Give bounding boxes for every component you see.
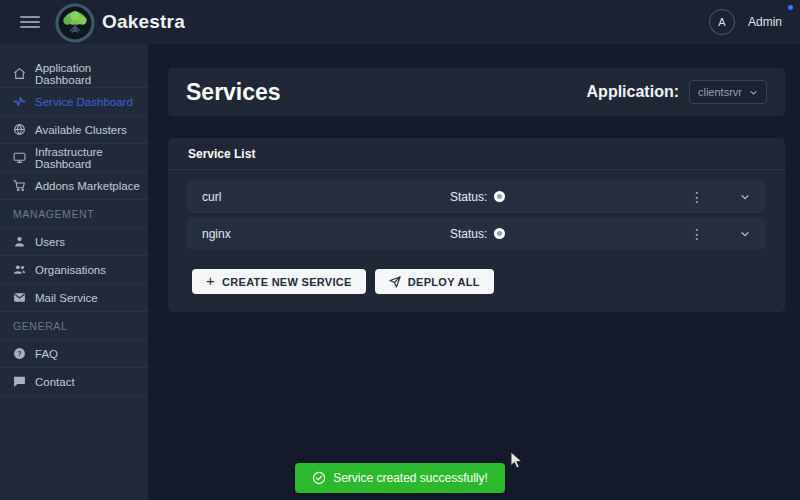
sidebar-item-label: Service Dashboard: [35, 96, 133, 108]
row-expand-button[interactable]: [740, 229, 750, 239]
app-title: Oakestra: [102, 11, 185, 33]
sidebar-item-application-dashboard[interactable]: Application Dashboard: [0, 60, 148, 88]
sidebar-item-label: Organisations: [35, 264, 106, 276]
deploy-all-label: DEPLOY ALL: [408, 276, 480, 288]
sidebar-item-label: FAQ: [35, 348, 58, 360]
topbar-user-area: A Admin: [709, 9, 800, 35]
home-icon: [13, 67, 26, 80]
page-header-panel: Services Application: clientsrvr: [168, 68, 785, 116]
avatar[interactable]: A: [709, 9, 735, 35]
row-expand-button[interactable]: [740, 192, 750, 202]
help-icon: ?: [13, 347, 26, 360]
status-label: Status:: [450, 227, 487, 241]
send-icon: [389, 276, 401, 288]
sidebar-item-service-dashboard[interactable]: Service Dashboard: [0, 88, 148, 116]
service-actions: + CREATE NEW SERVICE DEPLOY ALL: [192, 269, 494, 294]
service-name: curl: [202, 190, 450, 204]
sidebar-item-available-clusters[interactable]: Available Clusters: [0, 116, 148, 144]
mail-icon: [13, 291, 26, 304]
row-menu-button[interactable]: ⋮: [686, 227, 708, 241]
monitor-icon: [13, 151, 26, 164]
topbar: Oakestra A Admin: [0, 0, 800, 44]
sidebar-section-general: GENERAL: [0, 312, 148, 340]
status-label: Status:: [450, 190, 487, 204]
sidebar-item-faq[interactable]: ? FAQ: [0, 340, 148, 368]
chat-icon: [13, 375, 26, 388]
toast-message: Service created successfully!: [333, 471, 488, 485]
sidebar-item-label: Infrastructure Dashboard: [35, 146, 148, 170]
sidebar-item-label: Available Clusters: [35, 124, 127, 136]
users-icon: [13, 263, 26, 276]
mouse-cursor-icon: [510, 451, 524, 474]
status-indicator-icon: [494, 228, 505, 239]
notification-dot: [788, 5, 793, 10]
service-list-panel: Service List curl Status: ⋮ nginx Status…: [168, 138, 785, 312]
sidebar-item-addons-marketplace[interactable]: Addons Marketplace: [0, 172, 148, 200]
sidebar: Application Dashboard Service Dashboard …: [0, 44, 148, 500]
row-menu-button[interactable]: ⋮: [686, 190, 708, 204]
plus-icon: +: [206, 272, 215, 289]
oakestra-logo-icon: [55, 3, 95, 43]
globe-icon: [13, 123, 26, 136]
deploy-all-button[interactable]: DEPLOY ALL: [375, 269, 494, 294]
sidebar-item-label: Addons Marketplace: [35, 180, 140, 192]
sidebar-item-contact[interactable]: Contact: [0, 368, 148, 396]
svg-text:?: ?: [17, 350, 21, 357]
sidebar-item-label: Mail Service: [35, 292, 98, 304]
application-selector-group: Application: clientsrvr: [587, 80, 767, 104]
create-new-service-button[interactable]: + CREATE NEW SERVICE: [192, 269, 366, 294]
status-indicator-icon: [494, 191, 505, 202]
page-title: Services: [186, 79, 281, 106]
sidebar-section-management: MANAGEMENT: [0, 200, 148, 228]
service-status: Status:: [450, 190, 505, 204]
sidebar-item-label: Users: [35, 236, 65, 248]
menu-toggle-icon[interactable]: [20, 16, 40, 28]
service-status: Status:: [450, 227, 505, 241]
activity-icon: [13, 95, 26, 108]
user-icon: [13, 235, 26, 248]
sidebar-item-organisations[interactable]: Organisations: [0, 256, 148, 284]
sidebar-item-infrastructure-dashboard[interactable]: Infrastructure Dashboard: [0, 144, 148, 172]
sidebar-item-mail-service[interactable]: Mail Service: [0, 284, 148, 312]
service-rows: curl Status: ⋮ nginx Status: ⋮: [168, 170, 785, 250]
application-dropdown-value: clientsrvr: [698, 86, 742, 98]
cart-icon: [13, 179, 26, 192]
application-dropdown[interactable]: clientsrvr: [689, 80, 767, 104]
service-name: nginx: [202, 227, 450, 241]
service-row-curl[interactable]: curl Status: ⋮: [186, 180, 766, 213]
application-label: Application:: [587, 83, 679, 101]
sidebar-item-label: Contact: [35, 376, 75, 388]
sidebar-item-label: Application Dashboard: [35, 62, 148, 86]
service-list-title: Service List: [168, 138, 785, 170]
create-new-service-label: CREATE NEW SERVICE: [222, 276, 352, 288]
service-row-nginx[interactable]: nginx Status: ⋮: [186, 217, 766, 250]
sidebar-item-users[interactable]: Users: [0, 228, 148, 256]
check-circle-icon: [312, 471, 326, 485]
user-menu[interactable]: Admin: [748, 15, 782, 29]
app-root: Oakestra A Admin Application Dashboard S…: [0, 0, 800, 500]
chevron-down-icon: [749, 88, 758, 97]
success-toast[interactable]: Service created successfully!: [295, 463, 505, 493]
